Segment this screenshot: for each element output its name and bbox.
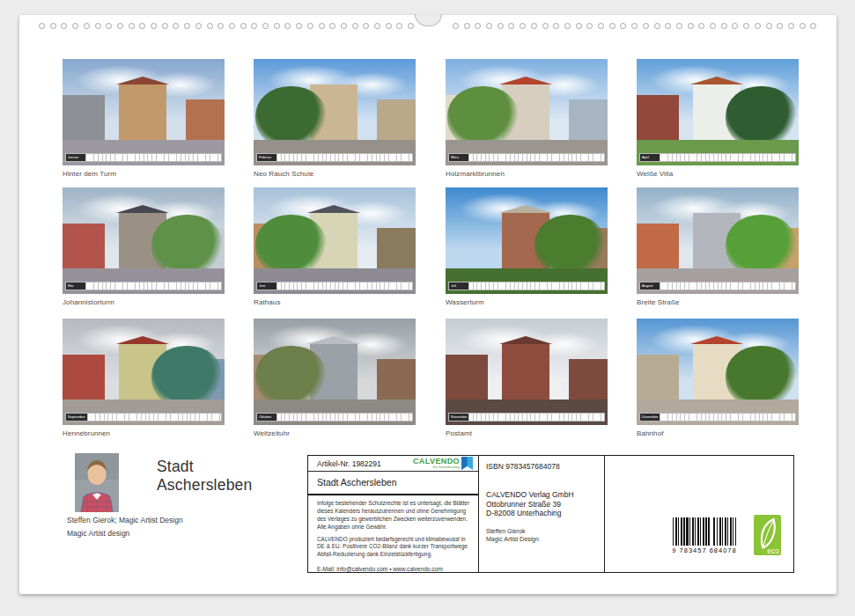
binding-hole: [296, 23, 302, 29]
photo-johannistorturm: Mai: [63, 187, 225, 294]
article-number: Artikel-Nr. 1982291: [317, 459, 381, 468]
binding-hole: [654, 23, 660, 29]
mini-calendar-day-cells: [468, 282, 604, 290]
mini-calendar-month-label: November: [449, 414, 468, 421]
mini-calendar-day-cells: [660, 154, 795, 161]
info-section-left: Artikel-Nr. 1982291 CALVENDO Der Kalende…: [308, 456, 479, 572]
binding-hole: [788, 23, 794, 29]
author-credit-line2: Magic Artist design: [67, 527, 183, 540]
binding-hole: [777, 23, 783, 29]
building-left-shape: [637, 355, 679, 400]
photo-wasserturm: Juli: [446, 187, 608, 294]
month-thumb-neo-rauch-schule: FebruarNeo Rauch Schule: [254, 59, 416, 182]
photo-holzmarktbrunnen: März: [446, 59, 608, 165]
photo-wei-e-villa: April: [637, 59, 799, 165]
mini-calendar-day-cells: [468, 414, 604, 421]
mini-calendar-strip: Juni: [256, 282, 413, 290]
mini-calendar-month-label: Juli: [449, 282, 468, 290]
mini-calendar-month-label: September: [66, 414, 87, 421]
mini-calendar-strip: Februar: [256, 153, 413, 162]
photo-caption: Weiße Villa: [637, 170, 799, 178]
photo-weltzeituhr: Oktober: [254, 319, 416, 425]
binding-hole: [800, 23, 806, 29]
info-section-barcode: 9 783457 684078 eco: [605, 456, 793, 572]
photographer-credits: Steffen Gierok Magic Artist Design: [486, 527, 539, 543]
photo-bahnhof: Dezember: [637, 319, 799, 425]
author-portrait-photo: [75, 453, 119, 512]
photo-caption: Weltzeituhr: [254, 429, 416, 437]
mini-calendar-day-cells: [276, 154, 412, 161]
binding-hole: [810, 23, 816, 29]
binding-hole: [207, 23, 213, 29]
binding-hole: [251, 23, 257, 29]
binding-hole: [732, 23, 738, 29]
mini-calendar-day-cells: [87, 414, 221, 421]
building-right-shape: [186, 99, 225, 140]
eco-label: eco: [767, 546, 779, 555]
photo-postamt: November: [446, 319, 608, 425]
landmark-shape: [502, 344, 549, 400]
mini-calendar-strip: Dezember: [639, 413, 796, 422]
mini-calendar-month-label: Januar: [66, 154, 85, 161]
binding-hole: [374, 23, 380, 29]
calendar-title-line2: Aschersleben: [157, 476, 252, 495]
binding-hole: [475, 23, 481, 29]
binding-hole: [184, 23, 190, 29]
mini-calendar-month-label: Dezember: [640, 414, 660, 421]
mini-calendar-strip: Juli: [448, 282, 605, 290]
calvendo-tagline: Der Kalenderverlag: [413, 466, 460, 469]
photographer-name: Steffen Gierok: [486, 527, 539, 535]
binding-hole: [542, 23, 549, 29]
binding-hole: [531, 23, 537, 29]
binding-hole: [498, 23, 504, 29]
binding-hole: [319, 23, 325, 29]
building-left-shape: [63, 224, 105, 268]
binding-hole: [84, 23, 90, 29]
binding-hole: [139, 23, 145, 29]
month-thumb-johannistorturm: MaiJohannistorturm: [63, 187, 225, 311]
photo-rathaus: Juni: [254, 187, 416, 294]
binding-hole: [643, 23, 649, 29]
mini-calendar-strip: August: [639, 282, 796, 290]
mini-calendar-month-label: Februar: [257, 154, 276, 161]
photo-caption: Johannistorturm: [63, 298, 225, 306]
legal-text: Infolge bestehender Schutzrechte ist es …: [308, 495, 478, 563]
building-right-shape: [377, 228, 416, 268]
publisher-city: D-82008 Unterhaching: [486, 509, 574, 518]
photo-grid: JanuarHinter dem TurmFebruarNeo Rauch Sc…: [63, 59, 802, 451]
binding-hole: [576, 23, 582, 29]
month-thumb-wei-e-villa: AprilWeiße Villa: [637, 59, 799, 182]
mini-calendar-month-label: Juni: [257, 282, 276, 290]
photo-hinter-dem-turm: Januar: [63, 59, 225, 165]
author-credit-line1: Steffen Gierok; Magic Artist Design: [67, 514, 183, 527]
binding-hole: [117, 23, 123, 29]
contact-email-line: E-Mail: info@calvendo.com • www.calvendo…: [308, 563, 478, 572]
binding-hole: [162, 23, 168, 29]
landmark-shape: [119, 84, 166, 140]
month-thumb-holzmarktbrunnen: MärzHolzmarktbrunnen: [446, 59, 608, 182]
binding-hole: [352, 23, 358, 29]
binding-hole: [408, 23, 414, 29]
binding-hole: [464, 23, 470, 29]
calvendo-flag-icon: [461, 457, 473, 470]
mini-calendar-day-cells: [276, 282, 412, 290]
publisher-street: Ottobrunner Straße 39: [486, 500, 574, 510]
photo-breite-stra-e: August: [637, 187, 799, 294]
binding-hole: [50, 23, 56, 29]
month-thumb-breite-stra-e: AugustBreite Straße: [637, 187, 799, 311]
mini-calendar-strip: Mai: [65, 282, 222, 290]
binding-hole: [151, 23, 157, 29]
barcode-number: 9 783457 684078: [667, 546, 741, 554]
calendar-back-page: JanuarHinter dem TurmFebruarNeo Rauch Sc…: [19, 15, 837, 594]
binding-hole: [486, 23, 492, 29]
binding-hole: [95, 23, 101, 29]
binding-hole: [766, 23, 772, 29]
building-left-shape: [637, 224, 679, 268]
binding-hole: [743, 23, 749, 29]
binding-hole: [586, 23, 593, 29]
month-thumb-bahnhof: DezemberBahnhof: [637, 319, 799, 442]
binding-hole: [676, 23, 682, 29]
mini-calendar-strip: November: [448, 413, 605, 422]
binding-hole: [453, 23, 459, 29]
photo-caption: Postamt: [446, 429, 608, 437]
